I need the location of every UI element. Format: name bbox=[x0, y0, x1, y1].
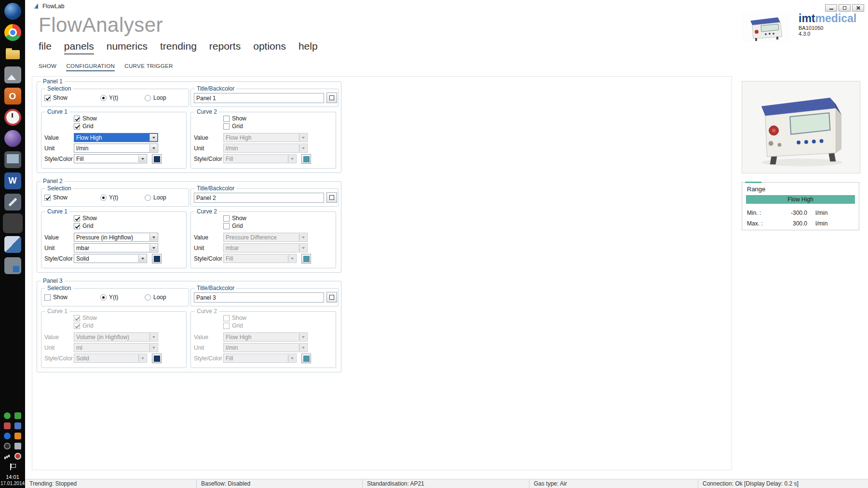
flowlab-icon[interactable] bbox=[4, 215, 21, 232]
curve-grid-checkbox[interactable]: Grid bbox=[74, 322, 94, 329]
bluetooth-icon[interactable] bbox=[4, 433, 11, 439]
value-dropdown[interactable]: Flow High bbox=[223, 133, 308, 142]
chevron-down-icon[interactable] bbox=[299, 244, 307, 251]
curve-show-checkbox[interactable]: Show bbox=[74, 115, 97, 122]
value-dropdown[interactable]: Flow High bbox=[74, 133, 158, 142]
defender-icon[interactable] bbox=[14, 422, 21, 429]
menu-reports[interactable]: reports bbox=[209, 40, 241, 54]
style-dropdown[interactable]: Solid bbox=[74, 354, 147, 363]
checkbox-icon[interactable] bbox=[223, 315, 230, 321]
radio-icon[interactable] bbox=[100, 294, 107, 301]
chevron-down-icon[interactable] bbox=[299, 145, 307, 152]
tab-curve-trigger[interactable]: CURVE TRIGGER bbox=[124, 63, 173, 71]
value-dropdown[interactable]: Flow High bbox=[223, 332, 308, 342]
curve-grid-checkbox[interactable]: Grid bbox=[223, 223, 243, 229]
radio-icon[interactable] bbox=[145, 95, 151, 101]
tools-icon[interactable] bbox=[4, 194, 21, 211]
curve-color-button[interactable] bbox=[152, 154, 162, 164]
word-icon[interactable]: W bbox=[4, 172, 21, 189]
curve-color-button[interactable] bbox=[152, 254, 162, 264]
style-dropdown[interactable]: Fill bbox=[223, 154, 297, 163]
panel-2-loop-radio[interactable]: Loop bbox=[145, 194, 166, 201]
alert-icon[interactable] bbox=[4, 422, 11, 429]
curve-grid-checkbox[interactable]: Grid bbox=[223, 322, 243, 329]
chevron-down-icon[interactable] bbox=[288, 255, 296, 262]
checkbox-icon[interactable] bbox=[223, 116, 230, 122]
style-dropdown[interactable]: Solid bbox=[74, 254, 147, 263]
phone-icon[interactable] bbox=[14, 443, 21, 449]
timer-icon[interactable] bbox=[4, 109, 21, 126]
checkbox-icon[interactable] bbox=[74, 215, 80, 222]
chevron-down-icon[interactable] bbox=[299, 333, 307, 341]
checkbox-icon[interactable] bbox=[223, 323, 230, 329]
panel-3-yt-radio[interactable]: Y(t) bbox=[100, 294, 118, 301]
chevron-down-icon[interactable] bbox=[149, 234, 157, 241]
checkbox-icon[interactable] bbox=[223, 123, 230, 130]
panel-2-backcolor-button[interactable] bbox=[326, 192, 337, 203]
radio-icon[interactable] bbox=[100, 95, 107, 101]
checkbox-icon[interactable] bbox=[44, 195, 51, 201]
tray-status-icon[interactable] bbox=[4, 443, 11, 449]
curve-grid-checkbox[interactable]: Grid bbox=[223, 123, 243, 130]
curve-show-checkbox[interactable]: Show bbox=[74, 215, 97, 222]
panel-3-title-input[interactable] bbox=[194, 292, 324, 303]
close-button[interactable] bbox=[852, 4, 864, 12]
chevron-down-icon[interactable] bbox=[299, 344, 307, 351]
unit-dropdown[interactable]: mbar bbox=[74, 243, 158, 252]
minimize-button[interactable] bbox=[825, 4, 837, 12]
unit-dropdown[interactable]: ml bbox=[74, 343, 158, 352]
blue-globe-icon[interactable] bbox=[4, 3, 21, 20]
menu-file[interactable]: file bbox=[39, 40, 52, 54]
menu-panels[interactable]: panels bbox=[64, 40, 94, 54]
menu-help[interactable]: help bbox=[298, 40, 318, 54]
chevron-down-icon[interactable] bbox=[299, 234, 307, 241]
style-dropdown[interactable]: Fill bbox=[223, 354, 297, 363]
media-orb-icon[interactable] bbox=[4, 130, 21, 147]
editor-app-icon[interactable] bbox=[4, 257, 21, 274]
curve-grid-checkbox[interactable]: Grid bbox=[74, 223, 94, 229]
network-signal-icon[interactable] bbox=[4, 453, 11, 460]
chevron-down-icon[interactable] bbox=[149, 134, 157, 141]
panel-2-show-checkbox[interactable]: Show bbox=[44, 194, 68, 201]
folder-icon[interactable] bbox=[4, 45, 21, 62]
chevron-down-icon[interactable] bbox=[149, 244, 157, 251]
radio-icon[interactable] bbox=[100, 195, 107, 201]
panel-1-show-checkbox[interactable]: Show bbox=[44, 94, 68, 101]
chevron-down-icon[interactable] bbox=[288, 355, 296, 362]
curve-show-checkbox[interactable]: Show bbox=[223, 115, 246, 122]
chevron-down-icon[interactable] bbox=[138, 355, 146, 362]
status-green-icon[interactable] bbox=[14, 412, 21, 419]
panel-1-loop-radio[interactable]: Loop bbox=[145, 94, 166, 101]
chevron-down-icon[interactable] bbox=[149, 145, 157, 152]
chevron-down-icon[interactable] bbox=[149, 344, 157, 351]
photo-viewer-icon[interactable] bbox=[4, 66, 21, 83]
checkbox-icon[interactable] bbox=[74, 315, 80, 321]
curve-grid-checkbox[interactable]: Grid bbox=[74, 123, 94, 130]
value-dropdown[interactable]: Volume (in Highflow) bbox=[74, 332, 158, 342]
menu-numerics[interactable]: numerics bbox=[107, 40, 148, 54]
outlook-icon[interactable]: O bbox=[4, 88, 21, 105]
menu-trending[interactable]: trending bbox=[160, 40, 197, 54]
unit-dropdown[interactable]: l/min bbox=[74, 144, 158, 153]
chevron-down-icon[interactable] bbox=[138, 155, 146, 162]
panel-2-yt-radio[interactable]: Y(t) bbox=[100, 194, 118, 201]
chevron-down-icon[interactable] bbox=[288, 155, 296, 162]
unit-dropdown[interactable]: mbar bbox=[223, 243, 308, 252]
language-flag-icon[interactable] bbox=[9, 463, 16, 470]
panel-2-title-input[interactable] bbox=[194, 193, 324, 203]
checkbox-icon[interactable] bbox=[223, 223, 230, 229]
unit-dropdown[interactable]: l/min bbox=[223, 343, 308, 352]
menu-options[interactable]: options bbox=[253, 40, 286, 54]
curve-color-button[interactable] bbox=[152, 354, 162, 363]
tab-show[interactable]: SHOW bbox=[39, 63, 56, 71]
curve-show-checkbox[interactable]: Show bbox=[223, 315, 246, 321]
curve-color-button[interactable] bbox=[301, 354, 311, 363]
value-dropdown[interactable]: Pressure (in Highflow) bbox=[74, 233, 158, 242]
checkbox-icon[interactable] bbox=[44, 95, 51, 101]
checkbox-icon[interactable] bbox=[74, 123, 80, 130]
tab-configuration[interactable]: CONFIGURATION bbox=[66, 63, 115, 71]
tray-orange-icon[interactable] bbox=[14, 433, 21, 439]
restore-button[interactable] bbox=[839, 4, 851, 12]
sync-icon[interactable] bbox=[4, 412, 11, 419]
curve-show-checkbox[interactable]: Show bbox=[223, 215, 246, 222]
